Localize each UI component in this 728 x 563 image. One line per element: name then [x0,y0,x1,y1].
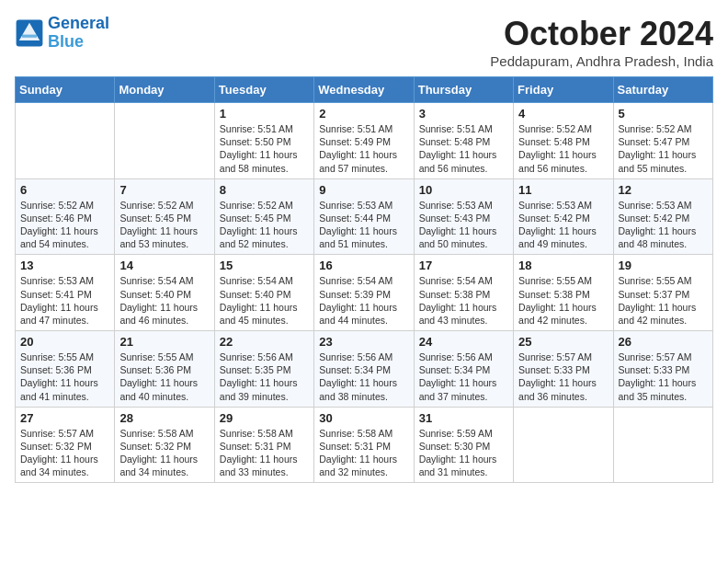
month-title: October 2024 [490,15,713,53]
day-number: 5 [619,107,708,121]
day-number: 6 [20,183,109,197]
calendar-cell: 2Sunrise: 5:51 AMSunset: 5:49 PMDaylight… [314,103,414,179]
calendar-cell: 4Sunrise: 5:52 AMSunset: 5:48 PMDaylight… [514,103,613,179]
calendar-cell [115,103,214,179]
day-info: Sunrise: 5:52 AMSunset: 5:45 PMDaylight:… [220,199,309,251]
calendar-cell: 13Sunrise: 5:53 AMSunset: 5:41 PMDayligh… [16,255,115,331]
day-info: Sunrise: 5:53 AMSunset: 5:42 PMDaylight:… [619,199,708,251]
day-info: Sunrise: 5:55 AMSunset: 5:37 PMDaylight:… [619,274,708,327]
calendar: SundayMondayTuesdayWednesdayThursdayFrid… [15,76,713,483]
day-info: Sunrise: 5:58 AMSunset: 5:31 PMDaylight:… [220,427,309,479]
day-number: 21 [119,335,209,349]
day-info: Sunrise: 5:58 AMSunset: 5:32 PMDaylight:… [119,427,209,479]
day-number: 22 [220,335,309,349]
calendar-cell: 25Sunrise: 5:57 AMSunset: 5:33 PMDayligh… [514,331,613,408]
day-info: Sunrise: 5:54 AMSunset: 5:40 PMDaylight:… [220,274,309,327]
svg-rect-2 [22,34,37,37]
day-info: Sunrise: 5:52 AMSunset: 5:47 PMDaylight:… [619,122,708,175]
calendar-cell [613,407,712,483]
calendar-cell: 14Sunrise: 5:54 AMSunset: 5:40 PMDayligh… [115,255,214,331]
calendar-cell: 17Sunrise: 5:54 AMSunset: 5:38 PMDayligh… [414,255,513,331]
day-info: Sunrise: 5:57 AMSunset: 5:33 PMDaylight:… [518,350,608,403]
day-info: Sunrise: 5:53 AMSunset: 5:44 PMDaylight:… [319,199,408,251]
day-info: Sunrise: 5:55 AMSunset: 5:36 PMDaylight:… [119,350,209,403]
calendar-cell: 18Sunrise: 5:55 AMSunset: 5:38 PMDayligh… [514,255,613,331]
day-info: Sunrise: 5:54 AMSunset: 5:38 PMDaylight:… [419,274,508,327]
day-number: 27 [20,411,109,425]
day-number: 29 [220,411,309,425]
day-number: 17 [419,259,508,272]
calendar-cell: 26Sunrise: 5:57 AMSunset: 5:33 PMDayligh… [613,331,712,408]
calendar-cell: 10Sunrise: 5:53 AMSunset: 5:43 PMDayligh… [414,178,513,255]
calendar-cell: 12Sunrise: 5:53 AMSunset: 5:42 PMDayligh… [613,178,712,255]
title-block: October 2024 Peddapuram, Andhra Pradesh,… [490,15,713,69]
logo-text: General Blue [48,15,109,52]
day-info: Sunrise: 5:57 AMSunset: 5:32 PMDaylight:… [20,427,109,479]
calendar-cell: 28Sunrise: 5:58 AMSunset: 5:32 PMDayligh… [115,407,214,483]
calendar-cell [514,407,613,483]
calendar-cell: 29Sunrise: 5:58 AMSunset: 5:31 PMDayligh… [214,407,313,483]
calendar-cell: 31Sunrise: 5:59 AMSunset: 5:30 PMDayligh… [414,407,513,483]
logo-line1: General [48,14,109,32]
day-number: 18 [518,259,608,272]
calendar-week-row: 6Sunrise: 5:52 AMSunset: 5:46 PMDaylight… [16,178,713,255]
day-info: Sunrise: 5:51 AMSunset: 5:49 PMDaylight:… [319,122,408,175]
day-number: 10 [419,183,508,197]
day-info: Sunrise: 5:52 AMSunset: 5:46 PMDaylight:… [20,199,109,251]
day-number: 23 [319,335,408,349]
day-number: 11 [518,183,608,197]
day-info: Sunrise: 5:59 AMSunset: 5:30 PMDaylight:… [419,427,508,479]
weekday-header: Wednesday [314,77,414,103]
weekday-header: Thursday [414,77,513,103]
weekday-header: Sunday [16,77,115,103]
calendar-cell: 6Sunrise: 5:52 AMSunset: 5:46 PMDaylight… [16,178,115,255]
day-number: 26 [619,335,708,349]
day-info: Sunrise: 5:55 AMSunset: 5:36 PMDaylight:… [20,350,109,403]
day-number: 7 [119,183,209,197]
weekday-header-row: SundayMondayTuesdayWednesdayThursdayFrid… [16,77,713,103]
logo-icon [15,18,44,48]
day-number: 2 [319,107,408,121]
calendar-cell: 22Sunrise: 5:56 AMSunset: 5:35 PMDayligh… [214,331,313,408]
day-number: 30 [319,411,408,425]
logo-line2: Blue [48,32,84,51]
location: Peddapuram, Andhra Pradesh, India [490,53,713,69]
page-header: General Blue October 2024 Peddapuram, An… [15,15,713,69]
day-number: 25 [518,335,608,349]
calendar-cell: 27Sunrise: 5:57 AMSunset: 5:32 PMDayligh… [16,407,115,483]
calendar-cell: 21Sunrise: 5:55 AMSunset: 5:36 PMDayligh… [115,331,214,408]
day-info: Sunrise: 5:52 AMSunset: 5:45 PMDaylight:… [119,199,209,251]
calendar-week-row: 27Sunrise: 5:57 AMSunset: 5:32 PMDayligh… [16,407,713,483]
day-number: 31 [419,411,508,425]
weekday-header: Tuesday [214,77,313,103]
day-number: 16 [319,259,408,272]
day-info: Sunrise: 5:53 AMSunset: 5:41 PMDaylight:… [20,274,109,327]
day-number: 13 [20,259,109,272]
day-number: 20 [20,335,109,349]
day-info: Sunrise: 5:51 AMSunset: 5:48 PMDaylight:… [419,122,508,175]
day-info: Sunrise: 5:51 AMSunset: 5:50 PMDaylight:… [220,122,309,175]
calendar-cell: 3Sunrise: 5:51 AMSunset: 5:48 PMDaylight… [414,103,513,179]
weekday-header: Monday [115,77,214,103]
day-number: 19 [619,259,708,272]
calendar-cell: 7Sunrise: 5:52 AMSunset: 5:45 PMDaylight… [115,178,214,255]
calendar-cell: 9Sunrise: 5:53 AMSunset: 5:44 PMDaylight… [314,178,414,255]
calendar-week-row: 20Sunrise: 5:55 AMSunset: 5:36 PMDayligh… [16,331,713,408]
calendar-cell: 8Sunrise: 5:52 AMSunset: 5:45 PMDaylight… [214,178,313,255]
day-info: Sunrise: 5:56 AMSunset: 5:35 PMDaylight:… [220,350,309,403]
calendar-cell: 24Sunrise: 5:56 AMSunset: 5:34 PMDayligh… [414,331,513,408]
day-info: Sunrise: 5:54 AMSunset: 5:39 PMDaylight:… [319,274,408,327]
day-info: Sunrise: 5:57 AMSunset: 5:33 PMDaylight:… [619,350,708,403]
calendar-cell: 5Sunrise: 5:52 AMSunset: 5:47 PMDaylight… [613,103,712,179]
calendar-cell: 15Sunrise: 5:54 AMSunset: 5:40 PMDayligh… [214,255,313,331]
weekday-header: Saturday [613,77,712,103]
day-number: 12 [619,183,708,197]
day-info: Sunrise: 5:53 AMSunset: 5:42 PMDaylight:… [518,199,608,251]
day-info: Sunrise: 5:56 AMSunset: 5:34 PMDaylight:… [419,350,508,403]
calendar-cell: 19Sunrise: 5:55 AMSunset: 5:37 PMDayligh… [613,255,712,331]
logo: General Blue [15,15,109,52]
day-number: 4 [518,107,608,121]
calendar-cell: 20Sunrise: 5:55 AMSunset: 5:36 PMDayligh… [16,331,115,408]
day-number: 8 [220,183,309,197]
day-number: 15 [220,259,309,272]
